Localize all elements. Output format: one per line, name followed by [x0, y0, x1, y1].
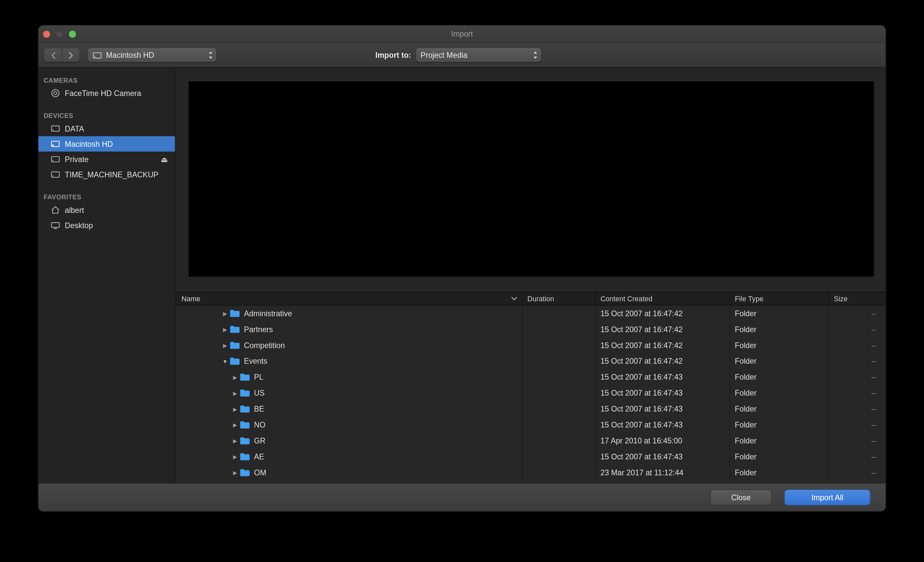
folder-icon [240, 437, 250, 445]
cell-duration [523, 353, 596, 370]
sidebar-item-albert[interactable]: albert [38, 202, 175, 218]
sidebar-section-title-devices: DEVICES [38, 110, 175, 121]
table-row-partners[interactable]: ▶Partners15 Oct 2007 at 16:47:42Folder-- [176, 322, 885, 338]
camera-icon [51, 89, 60, 98]
minimize-window-button[interactable] [56, 30, 63, 37]
cell-content-created: 23 Mar 2017 at 11:12:44 [596, 465, 730, 481]
sidebar-item-label: FaceTime HD Camera [65, 89, 141, 98]
cell-content-created: 15 Oct 2007 at 16:47:43 [596, 385, 730, 401]
table-row-competition[interactable]: ▶Competition15 Oct 2007 at 16:47:42Folde… [176, 338, 885, 353]
file-list: Name Duration Content Created File Type … [176, 292, 885, 483]
cell-duration [523, 465, 596, 481]
sidebar-item-data[interactable]: DATA [38, 121, 175, 136]
file-name: Administrative [244, 309, 292, 318]
table-row-gr[interactable]: ▶GR17 Apr 2010 at 16:45:00Folder-- [176, 433, 885, 449]
import-to-label: Import to: [375, 51, 411, 60]
cell-duration [523, 338, 596, 353]
disclosure-collapsed-icon[interactable]: ▶ [230, 438, 240, 444]
cell-size: -- [829, 306, 885, 322]
file-name: Competition [244, 341, 285, 350]
cell-size: -- [829, 417, 885, 433]
zoom-window-button[interactable] [69, 30, 76, 37]
cell-size: -- [829, 353, 885, 370]
table-row-no[interactable]: ▶NO15 Oct 2007 at 16:47:43Folder-- [176, 417, 885, 433]
cell-content-created: 15 Oct 2007 at 16:47:43 [596, 417, 730, 433]
disclosure-expanded-icon[interactable]: ▼ [220, 358, 230, 364]
sidebar-item-private[interactable]: Private⏏ [38, 152, 175, 167]
table-row-om[interactable]: ▶OM23 Mar 2017 at 11:12:44Folder-- [176, 465, 885, 481]
cell-name: ▶AE [176, 449, 523, 465]
import-to-dropdown[interactable]: Project Media [416, 48, 541, 62]
column-header-content-created[interactable]: Content Created [596, 293, 730, 305]
location-dropdown[interactable]: Macintosh HD [88, 48, 216, 62]
disclosure-collapsed-icon[interactable]: ▶ [230, 406, 240, 412]
disclosure-collapsed-icon[interactable]: ▶ [230, 454, 240, 460]
import-all-button[interactable]: Import All [785, 490, 870, 505]
sidebar-item-macintosh-hd[interactable]: Macintosh HD [38, 136, 175, 152]
file-list-header: Name Duration Content Created File Type … [176, 292, 885, 306]
table-row-us[interactable]: ▶US15 Oct 2007 at 16:47:43Folder-- [176, 385, 885, 401]
drive-icon [51, 124, 60, 133]
sidebar-item-label: TIME_MACHINE_BACKUP [65, 170, 158, 179]
file-name: BE [254, 404, 264, 413]
folder-icon [240, 389, 250, 397]
disclosure-collapsed-icon[interactable]: ▶ [220, 311, 230, 317]
column-header-duration[interactable]: Duration [523, 293, 596, 305]
title-bar[interactable]: Import [38, 25, 885, 43]
close-window-button[interactable] [43, 30, 50, 37]
folder-icon [240, 453, 250, 461]
forward-button[interactable] [62, 48, 80, 62]
stepper-arrows-icon [532, 51, 538, 60]
drive-icon [51, 139, 60, 149]
cell-duration [523, 449, 596, 465]
disclosure-collapsed-icon[interactable]: ▶ [230, 422, 240, 428]
import-to-value: Project Media [420, 51, 529, 60]
table-row-ae[interactable]: ▶AE15 Oct 2007 at 16:47:43Folder-- [176, 449, 885, 465]
disclosure-collapsed-icon[interactable]: ▶ [220, 343, 230, 349]
location-value: Macintosh HD [106, 51, 205, 60]
cell-size: -- [829, 338, 885, 353]
cell-duration [523, 417, 596, 433]
cell-size: -- [829, 465, 885, 481]
cell-content-created: 15 Oct 2007 at 16:47:42 [596, 353, 730, 370]
table-row-pl[interactable]: ▶PL15 Oct 2007 at 16:47:43Folder-- [176, 369, 885, 385]
close-button[interactable]: Close [711, 490, 771, 505]
folder-icon [240, 373, 250, 381]
cell-name: ▶US [176, 385, 523, 401]
import-window: Import Macintosh HD [38, 25, 886, 512]
table-row-be[interactable]: ▶BE15 Oct 2007 at 16:47:43Folder-- [176, 401, 885, 417]
sidebar-section-title-favorites: FAVORITES [38, 192, 175, 202]
window-content: CAMERASFaceTime HD CameraDEVICESDATAMaci… [38, 68, 885, 483]
eject-icon[interactable]: ⏏ [160, 155, 168, 164]
disclosure-collapsed-icon[interactable]: ▶ [230, 374, 240, 380]
disclosure-collapsed-icon[interactable]: ▶ [230, 390, 240, 396]
file-name: GR [254, 436, 266, 445]
cell-duration [523, 306, 596, 322]
folder-icon [230, 310, 240, 317]
column-header-file-type[interactable]: File Type [730, 293, 829, 305]
sidebar-item-label: Private [65, 155, 88, 164]
back-button[interactable] [44, 48, 62, 62]
disclosure-collapsed-icon[interactable]: ▶ [220, 326, 230, 332]
table-row-events[interactable]: ▼Events15 Oct 2007 at 16:47:42Folder-- [176, 353, 885, 370]
cell-content-created: 15 Oct 2007 at 16:47:43 [596, 369, 730, 385]
cell-name: ▶Competition [176, 338, 523, 353]
cell-content-created: 15 Oct 2007 at 16:47:43 [596, 449, 730, 465]
sidebar-item-label: Desktop [65, 221, 93, 230]
file-name: Events [244, 357, 267, 366]
column-header-name[interactable]: Name [176, 293, 523, 305]
sidebar-item-time-machine-backup[interactable]: TIME_MACHINE_BACKUP [38, 167, 175, 182]
sidebar-item-facetime-hd-camera[interactable]: FaceTime HD Camera [38, 86, 175, 101]
chevron-right-icon [68, 51, 74, 59]
table-row-administrative[interactable]: ▶Administrative15 Oct 2007 at 16:47:42Fo… [176, 306, 885, 322]
file-name: OM [254, 468, 266, 477]
cell-file-type: Folder [730, 306, 829, 322]
cell-name: ▶Partners [176, 322, 523, 338]
cell-duration [523, 322, 596, 338]
disclosure-collapsed-icon[interactable]: ▶ [230, 470, 240, 476]
sidebar: CAMERASFaceTime HD CameraDEVICESDATAMaci… [38, 68, 176, 483]
column-header-size[interactable]: Size [829, 293, 885, 305]
toolbar: Macintosh HD Import to: Project Media [38, 43, 885, 68]
sidebar-item-desktop[interactable]: Desktop [38, 218, 175, 233]
drive-icon [93, 51, 102, 60]
